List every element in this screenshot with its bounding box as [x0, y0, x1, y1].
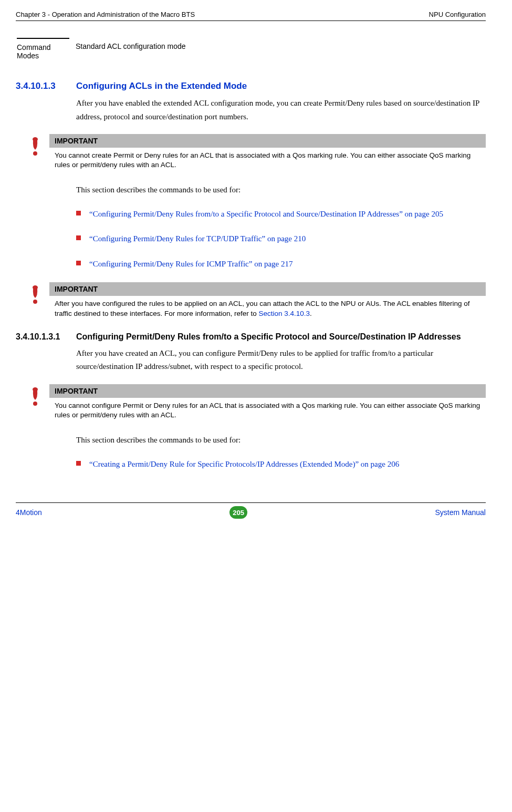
- svg-point-1: [33, 151, 37, 156]
- footer-left: 4Motion: [16, 508, 42, 517]
- important-icon: [32, 285, 42, 304]
- page-number-badge: 205: [229, 506, 247, 519]
- svg-point-3: [33, 300, 37, 304]
- footer-right: System Manual: [435, 508, 486, 517]
- important-body: You cannot create Permit or Deny rules f…: [49, 148, 486, 173]
- important-header: IMPORTANT: [49, 134, 486, 148]
- important-body: After you have configured the rules to b…: [49, 296, 486, 321]
- important-icon: [32, 137, 42, 156]
- bullet-list: “Creating a Permit/Deny Rule for Specifi…: [76, 458, 486, 471]
- link-text[interactable]: “Configuring Permit/Deny Rules for TCP/U…: [89, 232, 306, 246]
- list-item: “Creating a Permit/Deny Rule for Specifi…: [76, 458, 486, 471]
- link-text[interactable]: “Configuring Permit/Deny Rules for ICMP …: [89, 258, 292, 271]
- bullet-icon: [76, 235, 81, 240]
- important-callout: IMPORTANT You cannot configure Permit or…: [32, 384, 486, 423]
- important-body: You cannot configure Permit or Deny rule…: [49, 398, 486, 423]
- link-text[interactable]: “Configuring Permit/Deny Rules from/to a…: [89, 208, 443, 221]
- important-header: IMPORTANT: [49, 384, 486, 398]
- bullet-icon: [76, 461, 81, 466]
- subsection-title: Configuring Permit/Deny Rules from/to a …: [76, 332, 461, 342]
- important-callout: IMPORTANT After you have configured the …: [32, 282, 486, 321]
- header-section: NPU Configuration: [429, 11, 486, 18]
- subsection-heading: 3.4.10.1.3.1 Configuring Permit/Deny Rul…: [16, 332, 486, 342]
- command-modes-label: Command Modes: [17, 38, 69, 64]
- section-heading: 3.4.10.1.3 Configuring ACLs in the Exten…: [16, 81, 486, 91]
- body-paragraph: This section describes the commands to b…: [76, 183, 486, 197]
- body-paragraph: After you have enabled the extended ACL …: [76, 97, 486, 124]
- section-title: Configuring ACLs in the Extended Mode: [76, 81, 247, 91]
- bullet-list: “Configuring Permit/Deny Rules from/to a…: [76, 208, 486, 271]
- bullet-icon: [76, 211, 81, 215]
- important-header: IMPORTANT: [49, 282, 486, 296]
- section-link[interactable]: Section 3.4.10.3: [258, 310, 310, 317]
- list-item: “Configuring Permit/Deny Rules for TCP/U…: [76, 232, 486, 246]
- bullet-icon: [76, 261, 81, 265]
- body-paragraph: After you have created an ACL, you can c…: [76, 347, 486, 374]
- important-callout: IMPORTANT You cannot create Permit or De…: [32, 134, 486, 173]
- page-header: Chapter 3 - Operation and Administration…: [16, 11, 486, 21]
- svg-point-5: [33, 402, 37, 406]
- body-paragraph: This section describes the commands to b…: [76, 434, 486, 447]
- important-icon: [32, 387, 42, 406]
- subsection-number: 3.4.10.1.3.1: [16, 332, 76, 342]
- page-footer: 4Motion 205 System Manual: [16, 502, 486, 519]
- important-body-text: .: [310, 310, 312, 317]
- command-modes-table: Command Modes Standard ACL configuration…: [16, 37, 192, 65]
- list-item: “Configuring Permit/Deny Rules for ICMP …: [76, 258, 486, 271]
- link-text[interactable]: “Creating a Permit/Deny Rule for Specifi…: [89, 458, 399, 471]
- command-modes-value: Standard ACL configuration mode: [70, 38, 191, 64]
- header-chapter: Chapter 3 - Operation and Administration…: [16, 11, 195, 18]
- section-number: 3.4.10.1.3: [16, 81, 76, 91]
- list-item: “Configuring Permit/Deny Rules from/to a…: [76, 208, 486, 221]
